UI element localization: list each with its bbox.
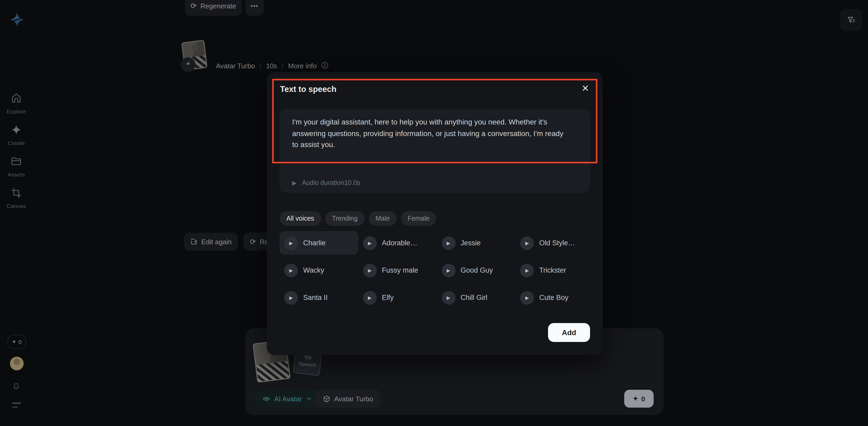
info-icon[interactable]: ⓘ [321,61,328,70]
home-icon [10,93,22,104]
ellipsis-icon: ••• [251,3,258,9]
play-icon[interactable]: ▶ [442,291,455,304]
app-root: Explore Create Assets Canvas ✦ 0 [0,0,868,426]
filter-funnel-icon [846,15,856,25]
voice-item[interactable]: ▶ Adorable… [358,231,437,255]
play-icon[interactable]: ▶ [292,179,297,186]
voice-item[interactable]: ▶ Jessie [437,231,516,255]
voice-item[interactable]: ▶ Trickster [516,258,594,282]
modal-title: Text to speech [280,85,337,94]
separator: | [259,62,261,69]
generate-cost: 0 [641,395,645,403]
cube-icon [322,395,331,403]
filter-chip-all-voices[interactable]: All voices [280,211,321,226]
app-logo-icon[interactable] [10,12,24,27]
audio-duration-row[interactable]: ▶ Audio duration10.0s [292,179,360,187]
sidebar-label: Explore [6,108,26,114]
credits-badge[interactable]: ✦ 0 [7,335,26,349]
voice-item[interactable]: ▶ Cute Boy [516,286,594,309]
sparkle-icon: ✦ [12,339,16,345]
avatar-turbo-chip[interactable]: Avatar Turbo [315,390,380,407]
tts-text-content[interactable]: I'm your digital assistant, here to help… [292,117,565,151]
sidebar-item-canvas[interactable]: Canvas [0,187,33,210]
play-icon[interactable]: ▶ [442,236,455,250]
play-icon[interactable]: ▶ [363,236,377,250]
sidebar-item-create[interactable]: Create [0,124,33,147]
voice-filter-row: All voices Trending Male Female [280,211,436,226]
refresh-icon: ⟳ [250,238,256,245]
frame-icon [10,187,22,199]
quote-badge-icon: ❝ [181,57,195,72]
folder-icon [10,156,22,167]
edit-again-button[interactable]: Edit again [184,233,238,251]
voice-item[interactable]: ▶ Good Guy [437,258,516,282]
text-to-speech-modal: Text to speech ✕ I'm your digital assist… [267,72,603,355]
more-options-button[interactable]: ••• [245,0,264,16]
play-icon[interactable]: ▶ [284,236,298,250]
filter-button[interactable] [840,9,862,31]
edit-icon [190,238,197,245]
collapse-menu-icon[interactable] [12,402,21,407]
user-avatar[interactable] [10,357,24,370]
sidebar: Explore Create Assets Canvas ✦ 0 [0,0,33,426]
close-icon[interactable]: ✕ [580,84,591,94]
edit-again-label: Edit again [201,238,232,245]
play-icon[interactable]: ▶ [363,263,377,277]
model-name: Avatar Turbo [216,62,255,70]
voice-item[interactable]: ▶ Old Style… [516,231,594,255]
add-button[interactable]: Add [548,323,590,342]
filter-chip-trending[interactable]: Trending [325,211,365,226]
speech-card-label: Speech [298,360,316,368]
more-info-link[interactable]: More info [288,62,316,70]
sidebar-label: Canvas [6,203,26,209]
play-icon[interactable]: ▶ [521,263,534,277]
sidebar-label: Create [8,140,25,146]
avatar-turbo-label: Avatar Turbo [334,395,373,403]
sidebar-item-explore[interactable]: Explore [0,93,33,116]
audio-duration-text: Audio duration10.0s [302,179,360,187]
voice-item[interactable]: ▶ Elfy [358,286,437,309]
lips-icon [262,394,271,403]
notifications-bell-icon[interactable] [11,380,22,391]
ai-avatar-label: AI Avatar [274,395,302,403]
play-icon[interactable]: ▶ [284,291,298,304]
voice-grid: ▶ Charlie ▶ Adorable… ▶ Jessie ▶ Old Sty… [280,231,594,309]
play-icon[interactable]: ▶ [442,263,455,277]
duration-value: 10s [266,62,277,70]
filter-chip-female[interactable]: Female [401,211,436,226]
voice-item[interactable]: ▶ Fussy male [358,258,437,282]
voice-item[interactable]: ▶ Charlie [280,231,358,255]
play-icon[interactable]: ▶ [521,236,534,250]
regenerate-label: Regenerate [200,2,236,10]
play-icon[interactable]: ▶ [521,291,534,304]
sidebar-item-assets[interactable]: Assets [0,156,33,178]
play-icon[interactable]: ▶ [363,291,377,304]
sparkle-icon: ✦ [633,395,638,402]
tts-text-panel[interactable]: I'm your digital assistant, here to help… [280,109,590,193]
filter-chip-male[interactable]: Male [369,211,397,226]
generation-meta: Avatar Turbo | 10s | More info ⓘ [216,61,328,70]
voice-item[interactable]: ▶ Chill Girl [437,286,516,309]
sidebar-label: Assets [8,171,25,177]
separator: | [282,62,283,69]
refresh-icon: ⟳ [190,2,196,9]
credits-value: 0 [19,338,22,345]
play-icon[interactable]: ▶ [284,263,298,277]
regenerate-button[interactable]: ⟳ Regenerate [185,0,242,16]
sparkle-icon [10,124,22,135]
ai-avatar-dropdown[interactable]: AI Avatar [255,390,319,407]
generate-button[interactable]: ✦ 0 [624,390,654,407]
chevron-down-icon [306,396,312,402]
voice-item[interactable]: ▶ Santa II [280,286,358,309]
voice-item[interactable]: ▶ Wacky [280,258,358,282]
